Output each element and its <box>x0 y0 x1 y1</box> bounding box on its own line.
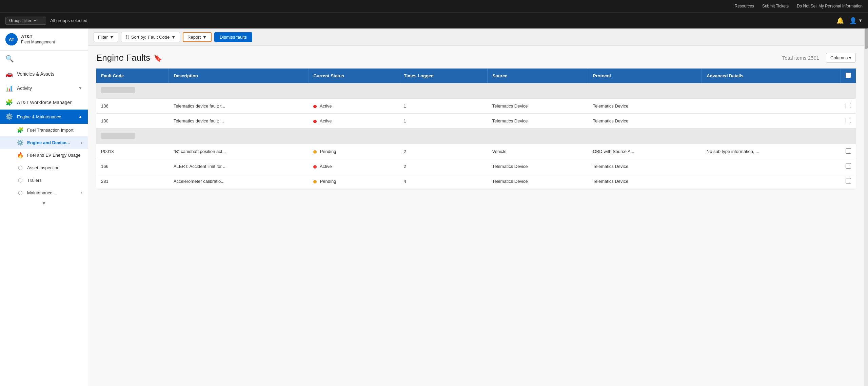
scroll-thumb[interactable] <box>865 28 868 49</box>
dismiss-label: Dismiss faults <box>220 35 247 40</box>
sort-by-label: Sort by: <box>131 35 146 40</box>
filter-button[interactable]: Filter ▼ <box>94 32 118 42</box>
row-checkbox[interactable] <box>846 178 851 184</box>
source-cell: Telematics Device <box>488 159 588 174</box>
page-header: Engine Faults 🔖 Total items 2501 Columns… <box>96 53 856 63</box>
description-cell: Telematics device fault: t... <box>169 99 309 114</box>
protocol-cell: OBD with Source A... <box>588 144 702 159</box>
total-items-label: Total items 2501 <box>782 55 819 61</box>
user-menu[interactable]: 👤 ▼ <box>849 17 863 24</box>
sidebar-logo: AT AT&T Fleet Management <box>0 28 88 51</box>
toolbar: Filter ▼ ⇅ Sort by: Fault Code ▼ Report … <box>88 28 864 46</box>
brand-logo-icon: AT <box>5 33 18 45</box>
sort-button[interactable]: ⇅ Sort by: Fault Code ▼ <box>121 32 180 42</box>
page-title-area: Engine Faults 🔖 <box>96 53 162 63</box>
columns-button[interactable]: Columns ▾ <box>826 53 856 63</box>
col-protocol[interactable]: Protocol <box>588 69 702 83</box>
resources-link[interactable]: Resources <box>735 4 754 8</box>
row-checkbox[interactable] <box>846 103 851 108</box>
col-description[interactable]: Description <box>169 69 309 83</box>
sidebar-item-vehicles[interactable]: 🚗 Vehicles & Assets <box>0 67 88 81</box>
scroll-rail[interactable] <box>864 28 868 386</box>
page-title: Engine Faults <box>96 53 150 63</box>
status-label: Active <box>320 164 332 169</box>
engine-faults-table: Fault Code Description Current Status Ti… <box>96 69 856 189</box>
page-content: Engine Faults 🔖 Total items 2501 Columns… <box>88 46 864 386</box>
sidebar: AT AT&T Fleet Management 🔍 🚗 Vehicles & … <box>0 28 88 386</box>
top-right-icons: 🔔 👤 ▼ <box>836 17 863 24</box>
sidebar-sub-asset-inspection[interactable]: ⬡ Asset Inspection <box>0 161 88 174</box>
user-name: ▼ <box>858 18 863 23</box>
fault-code-cell: 130 <box>96 114 169 129</box>
engine-chevron-icon: ▲ <box>78 114 82 119</box>
status-dot-active <box>313 120 317 123</box>
report-button[interactable]: Report ▼ <box>183 32 212 42</box>
notifications-bell-icon[interactable]: 🔔 <box>836 17 844 24</box>
sidebar-sub-maintenance[interactable]: ⬡ Maintenance... › <box>0 187 88 199</box>
fuel-ev-icon: 🔥 <box>17 152 24 158</box>
status-label: Active <box>320 103 332 109</box>
engine-icon: ⚙️ <box>5 113 13 120</box>
groups-filter-chevron-icon: ▼ <box>33 19 37 22</box>
groups-filter-label: Groups filter <box>9 18 31 23</box>
status-cell: Active <box>309 99 399 114</box>
workforce-icon: 🧩 <box>5 99 13 106</box>
do-not-sell-link[interactable]: Do Not Sell My Personal Information <box>797 4 863 8</box>
sidebar-search-icon[interactable]: 🔍 <box>0 51 88 67</box>
fault-code-cell: 281 <box>96 174 169 189</box>
sidebar-sub-engine-device[interactable]: ⚙️ Engine and Device... › <box>0 136 88 149</box>
status-label: Pending <box>320 179 336 184</box>
columns-label: Columns ▾ <box>830 55 851 60</box>
svg-text:AT: AT <box>9 37 14 42</box>
group-row-2 <box>96 129 856 144</box>
sidebar-item-activity[interactable]: 📊 Activity ▼ <box>0 81 88 95</box>
sidebar-sub-fuel-import-label: Fuel Transaction Import <box>27 128 74 133</box>
sidebar-item-workforce[interactable]: 🧩 AT&T Workforce Manager <box>0 95 88 110</box>
col-times-logged[interactable]: Times Logged <box>399 69 488 83</box>
col-fault-code[interactable]: Fault Code <box>96 69 169 83</box>
sidebar-item-engine[interactable]: ⚙️ Engine & Maintenance ▲ <box>0 110 88 124</box>
sidebar-item-vehicles-label: Vehicles & Assets <box>17 71 55 77</box>
vehicles-icon: 🚗 <box>5 70 13 78</box>
activity-chevron-icon: ▼ <box>78 86 82 91</box>
col-source[interactable]: Source <box>488 69 588 83</box>
row-checkbox[interactable] <box>846 118 851 123</box>
select-all-checkbox[interactable] <box>846 73 851 78</box>
fuel-import-icon: 🧩 <box>17 127 24 133</box>
engine-device-chevron-icon: › <box>81 140 82 145</box>
brand-text: AT&T Fleet Management <box>21 34 55 45</box>
col-advanced-details[interactable]: Advanced Details <box>702 69 841 83</box>
groups-filter-button[interactable]: Groups filter ▼ <box>5 17 46 25</box>
status-dot-active <box>313 105 317 108</box>
status-label: Pending <box>320 149 336 154</box>
submit-tickets-link[interactable]: Submit Tickets <box>762 4 789 8</box>
row-checkbox[interactable] <box>846 163 851 169</box>
times-logged-cell: 4 <box>399 174 488 189</box>
bookmark-icon[interactable]: 🔖 <box>154 54 162 62</box>
col-select-all[interactable] <box>841 69 856 83</box>
sidebar-sub-fuel-import[interactable]: 🧩 Fuel Transaction Import <box>0 124 88 136</box>
row-select-cell <box>841 99 856 114</box>
status-cell: Active <box>309 159 399 174</box>
row-select-cell <box>841 114 856 129</box>
sidebar-sub-trailers[interactable]: ⬡ Trailers <box>0 174 88 187</box>
report-chevron-icon: ▼ <box>202 35 207 40</box>
sidebar-scroll-down-icon: ▼ <box>0 199 88 207</box>
sidebar-sub-fuel-ev[interactable]: 🔥 Fuel and EV Energy Usage <box>0 149 88 161</box>
maintenance-chevron-icon: › <box>81 191 82 195</box>
sidebar-sub-trailers-label: Trailers <box>27 178 42 183</box>
source-cell: Vehicle <box>488 144 588 159</box>
sidebar-sub-fuel-ev-label: Fuel and EV Energy Usage <box>27 153 81 158</box>
row-checkbox[interactable] <box>846 148 851 154</box>
row-select-cell <box>841 174 856 189</box>
table-row: 130 Telematics device fault: ... Active … <box>96 114 856 129</box>
table-row: 136 Telematics device fault: t... Active… <box>96 99 856 114</box>
group-row-1 <box>96 83 856 99</box>
sidebar-item-activity-label: Activity <box>17 85 32 91</box>
sort-chevron-icon: ▼ <box>171 35 176 40</box>
engine-device-icon: ⚙️ <box>17 139 24 146</box>
advanced-details-cell <box>702 99 841 114</box>
dismiss-faults-button[interactable]: Dismiss faults <box>214 32 252 42</box>
col-current-status[interactable]: Current Status <box>309 69 399 83</box>
sort-value: Fault Code <box>148 35 170 40</box>
